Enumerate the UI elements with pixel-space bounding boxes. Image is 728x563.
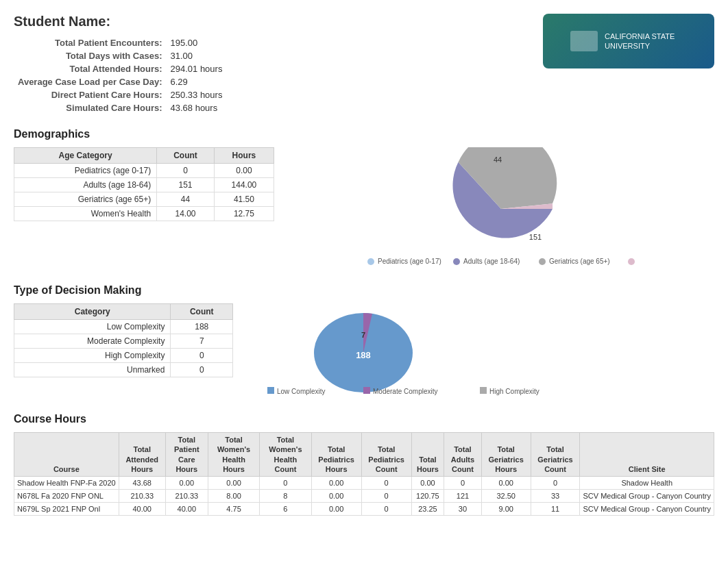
encounters-value: 195.00	[167, 36, 227, 49]
decision-making-title: Type of Decision Making	[14, 284, 714, 297]
stat-row-attended: Total Attended Hours: 294.01 hours	[14, 62, 226, 75]
demographics-section: Demographics Age Category Count Hours Pe…	[14, 128, 714, 271]
course-womens-hours-2: 4.75	[208, 503, 259, 516]
legend-rect-low	[267, 387, 274, 394]
course-geriatrics-hours-1: 32.50	[481, 490, 531, 503]
logo-svg: CALIFORNIA STATE UNIVERSITY	[567, 24, 690, 58]
col-course: Course	[14, 433, 119, 477]
demo-hours-3: 12.75	[214, 207, 274, 221]
col-total-hours: Total Hours	[411, 433, 444, 477]
demographics-table: Age Category Count Hours Pediatrics (age…	[14, 147, 274, 221]
decision-count-2: 0	[171, 349, 233, 363]
demo-count-1: 151	[157, 178, 215, 192]
legend-geriatrics: Geriatrics (age 65+)	[549, 258, 610, 265]
course-geriatrics-hours-2: 9.00	[481, 503, 531, 516]
legend-moderate: Moderate Complexity	[373, 388, 437, 395]
demographics-row-2: Geriatrics (age 65+) 44 41.50	[14, 192, 274, 207]
course-womens-hours-1: 8.00	[208, 490, 259, 503]
direct-value: 250.33 hours	[167, 88, 227, 101]
demo-category-2: Geriatrics (age 65+)	[14, 192, 157, 207]
stat-row-caseload: Average Case Load per Case Day: 6.29	[14, 75, 226, 88]
decision-table-wrap: Category Count Low Complexity 188 Modera…	[14, 303, 233, 399]
course-hours-title: Course Hours	[14, 413, 714, 425]
course-womens-count-2: 6	[260, 503, 311, 516]
course-row-1: N678L Fa 2020 FNP ONL 210.33 210.33 8.00…	[14, 490, 714, 503]
decision-count-0: 188	[171, 320, 233, 334]
course-peds-count-2: 0	[361, 503, 411, 516]
course-peds-hours-2: 0.00	[311, 503, 361, 516]
direct-label: Direct Patient Care Hours:	[14, 88, 167, 101]
moderate-count-label: 7	[361, 331, 365, 339]
demographics-header-row: Age Category Count Hours	[14, 148, 274, 164]
legend-dot-geriatrics	[539, 258, 546, 265]
decision-count-1: 7	[171, 334, 233, 349]
student-info: Student Name: Total Patient Encounters: …	[14, 14, 543, 114]
days-value: 31.00	[167, 49, 227, 62]
geriatrics-label: 44	[494, 155, 502, 164]
course-attended-0: 43.68	[119, 477, 165, 490]
course-total-hours-1: 120.75	[411, 490, 444, 503]
decision-row-3: Unmarked 0	[14, 363, 233, 377]
course-row-0: Shadow Health FNP-Fa 2020 43.68 0.00 0.0…	[14, 477, 714, 490]
demographics-row-1: Adults (age 18-64) 151 144.00	[14, 178, 274, 192]
page-header: Student Name: Total Patient Encounters: …	[14, 14, 714, 114]
legend-pediatrics: Pediatrics (age 0-17)	[378, 258, 441, 265]
course-client-site-1: SCV Medical Group - Canyon Country	[580, 490, 714, 503]
days-label: Total Days with Cases:	[14, 49, 167, 62]
course-peds-hours-1: 0.00	[311, 490, 361, 503]
course-womens-count-1: 8	[260, 490, 311, 503]
demo-count-2: 44	[157, 192, 215, 207]
decision-chart: 7 188 Low Complexity Moderate Complexity…	[247, 303, 590, 399]
caseload-value: 6.29	[167, 75, 227, 88]
col-client-site: Client Site	[580, 433, 714, 477]
demo-col-hours: Hours	[214, 148, 274, 164]
simulated-value: 43.68 hours	[167, 101, 227, 114]
col-adults-count: Total Adults Count	[444, 433, 482, 477]
col-geriatrics-count: Total Geriatrics Count	[531, 433, 580, 477]
course-womens-hours-0: 0.00	[208, 477, 259, 490]
legend-dot-womens	[628, 258, 635, 265]
course-patient-care-2: 40.00	[165, 503, 208, 516]
demo-col-category: Age Category	[14, 148, 157, 164]
legend-rect-high	[480, 387, 487, 394]
stat-row-direct: Direct Patient Care Hours: 250.33 hours	[14, 88, 226, 101]
decision-count-3: 0	[171, 363, 233, 377]
col-pediatrics-hours: Total Pediatrics Hours	[311, 433, 361, 477]
col-attended-hours: Total Attended Hours	[119, 433, 165, 477]
demo-hours-1: 144.00	[214, 178, 274, 192]
decision-row-0: Low Complexity 188	[14, 320, 233, 334]
encounters-label: Total Patient Encounters:	[14, 36, 167, 49]
decision-making-section: Type of Decision Making Category Count L…	[14, 284, 714, 399]
course-attended-2: 40.00	[119, 503, 165, 516]
decision-col-count: Count	[171, 304, 233, 320]
course-name-0: Shadow Health FNP-Fa 2020	[14, 477, 119, 490]
course-hours-section: Course Hours Course Total Attended Hours…	[14, 413, 714, 516]
decision-row-2: High Complexity 0	[14, 349, 233, 363]
demo-hours-0: 0.00	[214, 164, 274, 178]
demographics-title: Demographics	[14, 128, 714, 140]
decision-category-3: Unmarked	[14, 363, 171, 377]
course-geriatrics-count-0: 0	[531, 477, 580, 490]
course-peds-hours-0: 0.00	[311, 477, 361, 490]
demographics-content: Age Category Count Hours Pediatrics (age…	[14, 147, 714, 271]
course-patient-care-0: 0.00	[165, 477, 208, 490]
decision-col-category: Category	[14, 304, 171, 320]
decision-table: Category Count Low Complexity 188 Modera…	[14, 303, 233, 377]
legend-high: High Complexity	[489, 388, 539, 395]
simulated-label: Simulated Care Hours:	[14, 101, 167, 114]
course-name-2: N679L Sp 2021 FNP Onl	[14, 503, 119, 516]
student-name-label: Student Name:	[14, 14, 543, 29]
course-geriatrics-count-1: 33	[531, 490, 580, 503]
demographics-row-0: Pediatrics (age 0-17) 0 0.00	[14, 164, 274, 178]
course-row-2: N679L Sp 2021 FNP Onl 40.00 40.00 4.75 6…	[14, 503, 714, 516]
course-adults-count-2: 30	[444, 503, 482, 516]
demo-category-3: Women's Health	[14, 207, 157, 221]
legend-adults: Adults (age 18-64)	[463, 258, 520, 265]
col-geriatrics-hours: Total Geriatrics Hours	[481, 433, 531, 477]
course-peds-count-0: 0	[361, 477, 411, 490]
logo-text-2: UNIVERSITY	[605, 42, 651, 50]
stat-row-simulated: Simulated Care Hours: 43.68 hours	[14, 101, 226, 114]
logo-text-1: CALIFORNIA STATE	[605, 32, 675, 40]
demographics-table-wrap: Age Category Count Hours Pediatrics (age…	[14, 147, 274, 271]
demo-hours-2: 41.50	[214, 192, 274, 207]
